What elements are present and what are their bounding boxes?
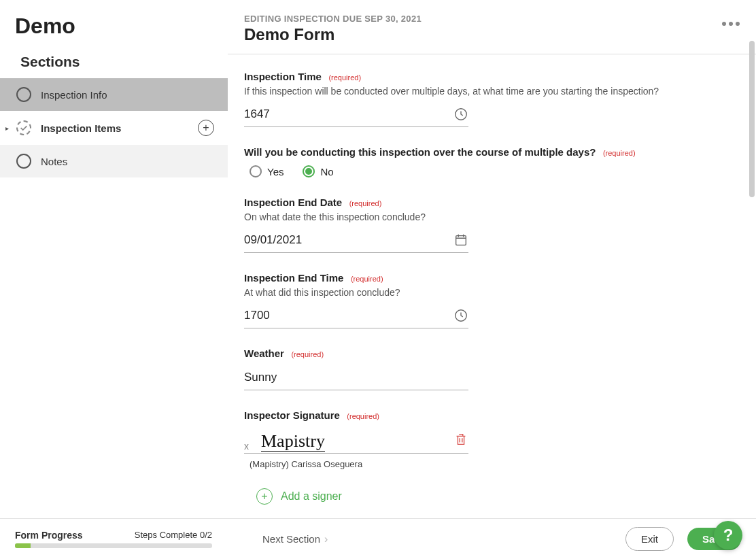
header-eyebrow: EDITING INSPECTION DUE SEP 30, 2021 [244, 14, 422, 24]
field-label: Will you be conducting this inspection o… [244, 146, 596, 158]
radio-icon [303, 165, 315, 177]
required-tag: (required) [603, 149, 636, 157]
signer-name: (Mapistry) Carissa Oseguera [250, 459, 713, 469]
radio-label: Yes [267, 166, 284, 177]
field-label: Inspection End Date [244, 197, 342, 208]
field-multi-day: Will you be conducting this inspection o… [244, 146, 713, 177]
section-list: Inspection Info ▸ Inspection Items Notes [0, 78, 228, 177]
radio-yes[interactable]: Yes [250, 165, 284, 177]
radio-no[interactable]: No [303, 165, 333, 177]
calendar-icon[interactable] [453, 233, 468, 248]
form: Inspection Time (required) If this inspe… [228, 54, 756, 518]
sidebar-item-label: Inspection Items [41, 122, 121, 134]
progress-steps: Steps Complete 0/2 [135, 530, 212, 541]
field-label: Weather [244, 348, 284, 359]
field-help: At what did this inspection conclude? [244, 287, 713, 298]
field-label: Inspection End Time [244, 272, 343, 284]
page-header: EDITING INSPECTION DUE SEP 30, 2021 Demo… [228, 0, 756, 54]
field-weather: Weather (required) [244, 348, 713, 390]
field-label: Inspection Time [244, 71, 322, 82]
content-area: EDITING INSPECTION DUE SEP 30, 2021 Demo… [228, 0, 756, 518]
svg-rect-1 [456, 236, 466, 245]
add-icon[interactable] [198, 120, 214, 136]
sidebar-item-label: Notes [41, 156, 67, 167]
required-tag: (required) [351, 275, 383, 283]
add-signer-label: Add a signer [281, 490, 342, 503]
add-signer-button[interactable]: Add a signer [256, 488, 713, 505]
progress-bar [15, 543, 212, 548]
more-menu-icon[interactable] [722, 14, 740, 26]
end-time-input[interactable] [244, 306, 453, 325]
caret-right-icon: ▸ [5, 124, 9, 132]
clock-icon[interactable] [453, 308, 468, 323]
app-title: Demo [0, 0, 228, 40]
status-circle-icon [16, 87, 31, 102]
next-section-label: Next Section [262, 533, 320, 545]
trash-icon[interactable] [453, 431, 468, 447]
radio-icon [250, 165, 262, 177]
sidebar-item-notes[interactable]: Notes [0, 145, 228, 177]
chevron-right-icon: › [324, 533, 328, 545]
sidebar-item-inspection-items[interactable]: ▸ Inspection Items [0, 111, 228, 145]
checkmark-icon [19, 123, 29, 133]
required-tag: (required) [347, 412, 379, 420]
signature-image[interactable]: Mapistry [261, 433, 325, 452]
plus-circle-icon [256, 488, 273, 505]
field-end-date: Inspection End Date (required) On what d… [244, 197, 713, 253]
field-help: If this inspection will be conducted ove… [244, 86, 713, 97]
required-tag: (required) [349, 199, 382, 207]
page-title: Demo Form [244, 25, 422, 44]
status-dashed-icon [16, 120, 31, 135]
footer: Form Progress Steps Complete 0/2 Next Se… [0, 518, 756, 559]
sidebar-item-inspection-info[interactable]: Inspection Info [0, 78, 228, 111]
radio-label: No [320, 166, 333, 177]
sidebar: Demo Sections Inspection Info ▸ Inspecti… [0, 0, 228, 518]
clock-icon[interactable] [453, 107, 468, 122]
sections-heading: Sections [0, 40, 228, 78]
weather-input[interactable] [244, 368, 468, 387]
end-date-input[interactable] [244, 231, 453, 250]
field-help: On what date the this inspection conclud… [244, 211, 713, 222]
signature-x-mark: x [244, 441, 249, 452]
field-end-time: Inspection End Time (required) At what d… [244, 272, 713, 328]
required-tag: (required) [328, 73, 361, 82]
inspection-time-input[interactable] [244, 105, 453, 124]
field-label: Inspector Signature [244, 409, 340, 421]
next-section-button[interactable]: Next Section › [262, 533, 328, 545]
help-fab[interactable]: ? [714, 521, 742, 549]
scrollbar[interactable] [749, 41, 755, 197]
sidebar-item-label: Inspection Info [41, 89, 107, 101]
progress-label: Form Progress [15, 530, 83, 541]
field-inspection-time: Inspection Time (required) If this inspe… [244, 71, 713, 127]
required-tag: (required) [291, 350, 324, 358]
field-signature: Inspector Signature (required) x Mapistr… [244, 409, 713, 505]
form-progress: Form Progress Steps Complete 0/2 [15, 530, 212, 548]
status-circle-icon [16, 154, 31, 169]
exit-button[interactable]: Exit [625, 527, 674, 551]
